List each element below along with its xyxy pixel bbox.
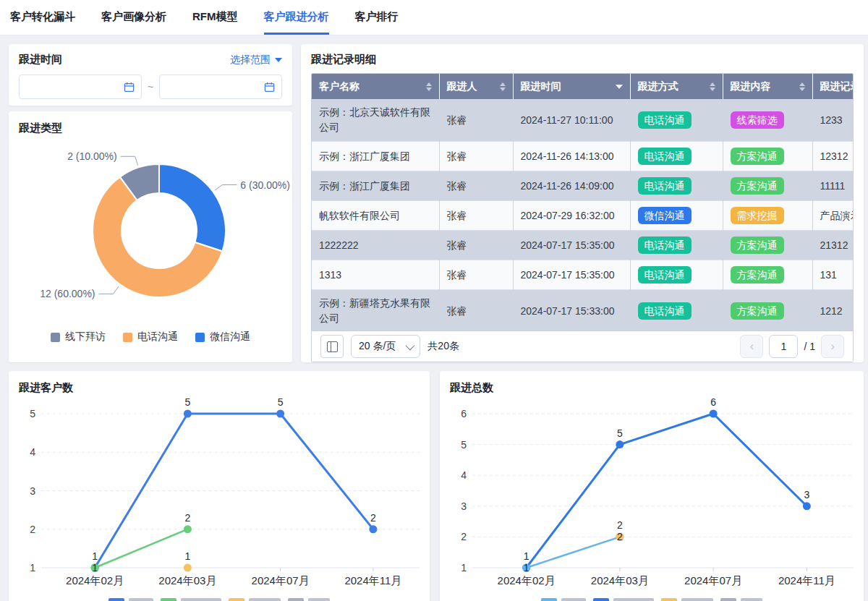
page-number-input[interactable] [769,335,798,358]
tab-5[interactable]: 客户排行 [355,0,399,35]
tab-3[interactable]: RFM模型 [192,0,238,35]
tab-4[interactable]: 客户跟进分析 [264,0,329,35]
legend-label: 微信沟通 [210,331,250,344]
y-axis-tick-label: 2 [30,524,35,535]
legend-item[interactable] [229,598,281,601]
legend-item[interactable] [288,598,330,601]
x-axis-tick-label: 2024年11月 [344,574,401,587]
followup-type-donut-chart: 6 (30.00%)12 (60.00%)2 (10.00%) [19,135,299,322]
legend-label: 线下拜访 [65,331,106,344]
column-header-3[interactable]: 跟进时间 [513,74,630,99]
followup-total-card: 跟进总数 1234562024年02月2024年03月2024年07月2024年… [440,371,864,601]
column-header-6[interactable]: 跟进记录 [812,74,853,99]
column-header-5[interactable]: 跟进内容 [723,74,812,99]
followup-customers-card: 跟进客户数 123452024年02月2024年03月2024年07月2024年… [9,371,430,601]
legend-swatch [661,598,677,601]
line-chart-2-title: 跟进总数 [440,381,864,395]
cell-content: 方案沟通 [723,290,812,331]
followup-time-filter-card: 跟进时间 选择范围 ~ [9,44,292,106]
total-count-label: 共20条 [427,340,459,353]
sort-icon [426,82,432,91]
status-badge: 微信沟通 [638,207,692,224]
legend-label: 电话沟通 [137,331,178,344]
legend-item[interactable] [541,598,586,601]
status-badge: 电话沟通 [638,302,692,320]
cell-customer: 示例：北京天诚软件有限公司 [312,99,439,142]
legend-item-微信沟通[interactable]: 微信沟通 [195,331,250,344]
prev-page-button[interactable]: ‹ [740,335,763,358]
cell-record: 1233 [812,99,853,142]
status-badge: 方案沟通 [731,266,784,284]
legend-item[interactable] [593,598,654,601]
column-label: 客户名称 [319,80,359,93]
range-selector[interactable]: 选择范围 [230,54,282,67]
cell-method: 电话沟通 [630,290,723,331]
x-axis-tick-label: 2024年03月 [158,574,216,587]
page-size-select[interactable]: 20 条/页 [351,335,420,358]
cell-time: 2024-07-17 15:33:00 [513,290,630,331]
data-point-label: 5 [278,398,284,408]
followup-records-table: 客户名称跟进人跟进时间跟进方式跟进内容跟进记录 示例：北京天诚软件有限公司张睿2… [312,74,853,331]
column-header-2[interactable]: 跟进人 [439,74,513,99]
table-scroll-area[interactable]: 客户名称跟进人跟进时间跟进方式跟进内容跟进记录 示例：北京天诚软件有限公司张睿2… [312,74,853,331]
y-axis-tick-label: 3 [461,500,467,512]
top-section: 跟进时间 选择范围 ~ 跟进类型 6 (30.00%)12 [0,35,868,362]
column-settings-button[interactable] [320,335,344,358]
status-badge: 线索筛选 [731,111,784,129]
legend-item[interactable] [661,598,713,601]
x-axis-tick-label: 2024年03月 [591,574,649,587]
cell-record: 11111 [812,171,853,201]
date-range-separator: ~ [148,81,153,93]
calendar-icon [264,82,275,93]
table-row: 1222222张睿2024-07-17 15:35:00电话沟通方案沟通2131… [312,231,853,260]
column-label: 跟进方式 [638,80,678,93]
cell-record: 12312 [812,142,853,171]
legend-swatch [288,598,304,601]
legend-swatch [161,598,176,601]
cell-method: 电话沟通 [630,171,723,201]
status-badge: 方案沟通 [731,177,784,195]
legend-item[interactable] [161,598,221,601]
pagination-bar: 20 条/页 共20条 ‹ / 1 › [312,331,853,362]
data-point-label: 1 [524,562,529,574]
table-row: 帆软软件有限公司张睿2024-07-29 16:32:00微信沟通需求挖掘产品演… [312,201,853,231]
sort-icon [799,82,805,91]
legend-item[interactable] [109,598,153,601]
cell-owner: 张睿 [439,231,513,260]
data-point-label: 3 [804,489,809,500]
table-row: 1313张睿2024-07-17 15:35:00电话沟通方案沟通131 [312,260,853,290]
start-date-input[interactable] [19,74,142,99]
tab-bar: 客户转化漏斗客户画像分析RFM模型客户跟进分析客户排行 [0,0,868,35]
table-title: 跟进记录明细 [311,53,854,67]
column-header-4[interactable]: 跟进方式 [630,74,723,99]
tab-1[interactable]: 客户转化漏斗 [10,0,75,35]
cell-method: 电话沟通 [630,99,723,142]
legend-label-clipped [249,598,281,601]
followup-records-card: 跟进记录明细 客户名称跟进人跟进时间跟进方式跟进内容跟进记录 示例：北京天诚软件… [301,44,864,362]
status-badge: 电话沟通 [638,177,692,195]
legend-item-线下拜访[interactable]: 线下拜访 [51,331,106,344]
column-header-1[interactable]: 客户名称 [312,74,439,99]
sort-icon [710,82,715,91]
cell-method: 电话沟通 [630,142,723,171]
status-badge: 需求挖掘 [731,207,784,224]
table-row: 示例：浙江广厦集团张睿2024-11-26 14:09:00电话沟通方案沟通11… [312,171,853,201]
next-page-button[interactable]: › [821,335,844,358]
donut-slice-label: 12 (60.00%) [40,288,95,299]
legend-swatch [720,598,736,601]
legend-label-clipped [129,598,153,601]
data-point-label: 2 [370,512,376,524]
cell-time: 2024-11-26 14:13:00 [513,142,630,171]
end-date-input[interactable] [159,74,282,99]
data-point-label: 2 [184,512,190,524]
data-point [369,525,377,533]
legend-item[interactable] [720,598,762,601]
line-chart-1-legend [9,598,430,601]
cell-owner: 张睿 [439,260,513,290]
status-badge: 电话沟通 [638,236,692,254]
legend-item-电话沟通[interactable]: 电话沟通 [123,331,178,344]
cell-owner: 张睿 [439,201,513,231]
donut-slice-label: 6 (30.00%) [240,179,289,191]
cell-owner: 张睿 [439,290,513,331]
tab-2[interactable]: 客户画像分析 [101,0,166,35]
